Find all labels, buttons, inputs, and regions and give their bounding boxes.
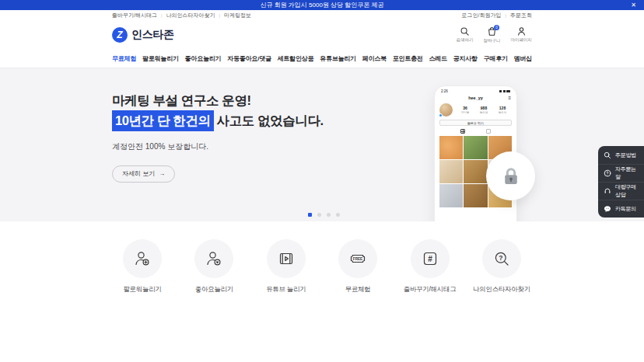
phone-tabs — [439, 129, 512, 134]
link-login-signup[interactable]: 로그인/회원가입 — [461, 12, 501, 19]
stat-followers: 988 팔로워 — [480, 106, 488, 114]
svg-text:?: ? — [499, 254, 502, 262]
link-linebreak-hashtag[interactable]: 줄바꾸기/해시태그 — [112, 12, 157, 19]
quick-menu: 주문방법 자주묻는말 대량구매상담 카톡문의 — [598, 146, 644, 218]
feature-circle: FREE — [338, 239, 377, 278]
nav-auto-like-comment[interactable]: 자동좋아요/댓글 — [227, 54, 271, 63]
lock-icon — [499, 165, 523, 188]
hero-detail-label: 자세히 보기 — [122, 169, 155, 178]
link-marketing-info[interactable]: 마케팅정보 — [224, 12, 251, 19]
stat-label: 게시물 — [461, 111, 470, 114]
nav-set-deals[interactable]: 세트할인상품 — [278, 54, 314, 63]
stat-following: 128 팔로잉 — [499, 106, 507, 114]
quick-menu-label: 대량구매상담 — [615, 183, 639, 199]
account-lock-badge — [486, 151, 535, 200]
feature-likes[interactable]: 좋아요늘리기 — [184, 239, 244, 294]
feature-youtube[interactable]: 유튜브 늘리기 — [256, 239, 317, 294]
avatar — [439, 103, 453, 117]
phone-follow-button: 팔로우 하기 — [439, 120, 512, 126]
hero-banner: 마케팅 부설 연구소 운영! 10년간 단 한건의사고도 없었습니다. 계정안전… — [0, 68, 644, 221]
nav-membership[interactable]: 멤버십 — [514, 54, 532, 63]
utility-bar: 줄바꾸기/해시태그 | 나의인스타자아찾기 | 마케팅정보 로그인/회원가입 |… — [0, 10, 644, 21]
feature-free-trial[interactable]: FREE 무료체험 — [327, 239, 388, 294]
question-icon — [604, 169, 611, 177]
quick-menu-label: 주문방법 — [615, 151, 636, 159]
close-icon[interactable]: ✕ — [631, 0, 636, 10]
stat-value: 988 — [480, 106, 488, 110]
phone-profile-header: hee_yy ≡ — [439, 96, 512, 100]
quick-menu-label: 카톡문의 — [615, 205, 636, 213]
nav-youtube[interactable]: 유튜브늘리기 — [320, 54, 356, 63]
feature-label: 팔로워늘리기 — [123, 285, 161, 294]
link-order-lookup[interactable]: 주문조회 — [510, 12, 532, 19]
svg-text:FREE: FREE — [353, 257, 362, 261]
search-question-icon: ? — [492, 249, 511, 268]
video-icon — [277, 249, 296, 268]
divider: | — [161, 13, 163, 18]
nav-followers[interactable]: 팔로워늘리기 — [142, 54, 179, 63]
photo-tile — [439, 184, 463, 207]
photo-tile — [439, 136, 463, 159]
feature-label: 줄바꾸기/해시태그 — [404, 285, 457, 294]
tagged-tab-icon — [486, 129, 491, 134]
wifi-icon — [503, 90, 506, 92]
stat-value: 128 — [499, 106, 507, 110]
feature-circle: ? — [482, 239, 521, 278]
stat-label: 팔로워 — [480, 111, 488, 114]
divider: | — [219, 13, 221, 18]
promo-text: 신규 회원 가입시 5000원 상당 할인쿠폰 제공 — [260, 1, 383, 9]
mypage-button[interactable]: 마이페이지 — [511, 26, 533, 44]
nav-notice[interactable]: 공지사항 — [453, 54, 478, 63]
photo-tile — [439, 160, 463, 183]
utility-right-links: 로그인/회원가입 | 주문조회 — [461, 12, 532, 19]
headset-icon — [604, 187, 611, 195]
feature-circle — [267, 239, 306, 278]
carousel-dot-3[interactable] — [327, 213, 331, 217]
brand-name: 인스타존 — [131, 28, 174, 42]
nav-threads[interactable]: 스레드 — [429, 54, 446, 63]
arrow-right-icon: → — [159, 170, 165, 177]
quick-menu-order-guide[interactable]: 주문방법 — [598, 146, 644, 164]
feature-label: 나의인스타자아찾기 — [473, 285, 530, 294]
utility-left-links: 줄바꾸기/해시태그 | 나의인스타자아찾기 | 마케팅정보 — [112, 12, 251, 19]
feature-find-insta-self[interactable]: ? 나의인스타자아찾기 — [471, 239, 532, 294]
feature-circle: # — [411, 239, 450, 278]
battery-icon — [506, 90, 510, 92]
nav-likes[interactable]: 좋아요늘리기 — [185, 54, 222, 63]
grid-tab-icon — [460, 129, 465, 134]
carousel-dot-1[interactable] — [308, 213, 312, 217]
header: Z 인스타존 검색하기 0 장바구니 — [0, 21, 644, 49]
free-ticket-icon: FREE — [348, 249, 367, 268]
feature-followers[interactable]: 팔로워늘리기 — [112, 239, 173, 294]
nav-facebook[interactable]: 페이스북 — [362, 54, 387, 63]
brand-logo[interactable]: Z 인스타존 — [112, 27, 174, 43]
carousel-dot-4[interactable] — [336, 213, 340, 217]
cart-button[interactable]: 0 장바구니 — [484, 26, 501, 44]
feature-circle — [194, 239, 233, 278]
quick-menu-kakao-contact[interactable]: 카톡문의 — [598, 200, 644, 218]
hero-detail-button[interactable]: 자세히 보기 → — [112, 165, 175, 183]
search-icon — [460, 26, 470, 37]
search-icon — [604, 151, 611, 159]
stat-label: 팔로잉 — [499, 111, 507, 114]
hero-title-highlight: 10년간 단 한건의 — [112, 110, 214, 131]
stat-value: 36 — [461, 106, 470, 110]
action-label: 마이페이지 — [511, 37, 533, 43]
search-button[interactable]: 검색하기 — [457, 26, 474, 44]
nav-point-charge[interactable]: 포인트충전 — [393, 54, 423, 63]
signal-icon — [499, 90, 502, 92]
hamburger-menu-icon: ≡ — [508, 96, 511, 100]
quick-menu-faq[interactable]: 자주묻는말 — [598, 164, 644, 182]
carousel-dots — [308, 213, 340, 217]
feature-label: 좋아요늘리기 — [195, 285, 233, 294]
nav-reviews[interactable]: 구매후기 — [484, 54, 508, 63]
quick-menu-label: 자주묻는말 — [615, 165, 639, 181]
nav-free-trial[interactable]: 무료체험 — [112, 54, 136, 63]
carousel-dot-2[interactable] — [317, 213, 321, 217]
link-find-insta-self[interactable]: 나의인스타자아찾기 — [166, 12, 215, 19]
main-nav: 무료체험 팔로워늘리기 좋아요늘리기 자동좋아요/댓글 세트할인상품 유튜브늘리… — [0, 49, 644, 68]
action-label: 장바구니 — [484, 38, 501, 44]
quick-menu-bulk-consult[interactable]: 대량구매상담 — [598, 182, 644, 200]
phone-username: hee_yy — [468, 96, 483, 100]
feature-linebreak-hashtag[interactable]: # 줄바꾸기/해시태그 — [400, 239, 460, 294]
